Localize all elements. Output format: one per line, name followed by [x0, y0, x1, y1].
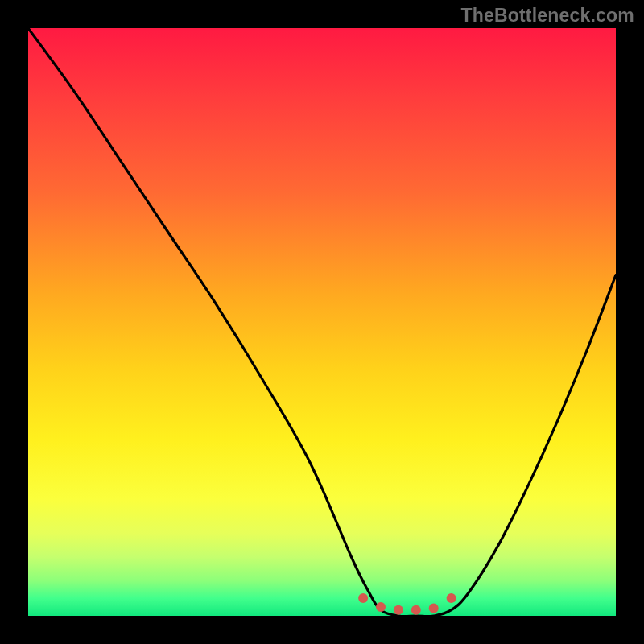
range-start	[358, 593, 368, 603]
range-dot-3	[411, 605, 421, 615]
bottleneck-chart-svg	[28, 28, 616, 616]
chart-frame: TheBottleneck.com	[0, 0, 644, 644]
watermark-text: TheBottleneck.com	[460, 5, 634, 27]
range-dot-2	[394, 605, 403, 615]
range-dot-4	[429, 604, 439, 613]
bottleneck-curve	[28, 28, 616, 616]
range-end	[447, 593, 456, 603]
range-dot-1	[376, 602, 386, 612]
plot-area	[28, 28, 616, 616]
optimal-range-markers	[358, 593, 456, 615]
